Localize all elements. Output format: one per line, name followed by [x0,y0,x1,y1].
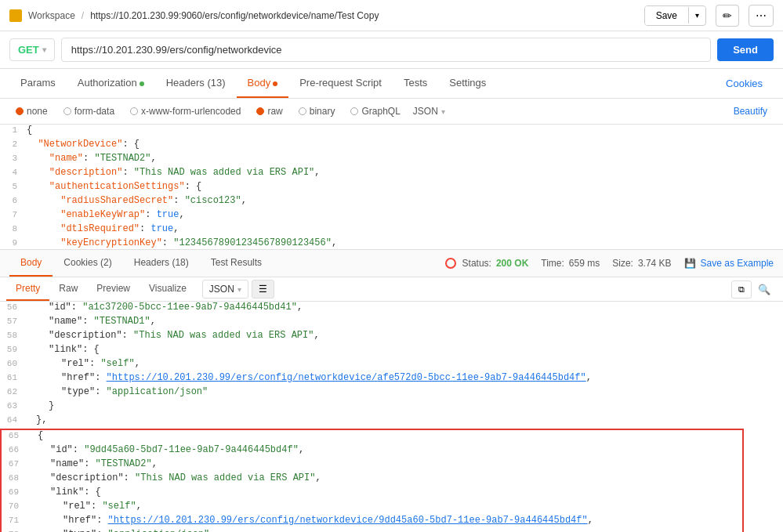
response-code-line: 71"href": "https://10.201.230.99/ers/con… [2,515,742,529]
radio-raw-label: raw [267,106,282,117]
line-content: "dtlsRequired": true, [24,223,783,237]
beautify-button[interactable]: Beautify [727,103,774,119]
app-logo [9,9,22,22]
save-button-group[interactable]: Save ▾ [644,5,706,26]
request-code-line: 1{ [0,125,783,139]
line-content: "href": "https://10.201.230.99/ers/confi… [25,515,742,529]
resp-tab-body[interactable]: Body [9,250,53,277]
line-content: { [24,125,783,139]
line-content: "keyEncryptionKey": "1234567890123456789… [24,237,783,250]
line-content: "id": "9dd45a60-5bd7-11ee-9ab7-9a446445b… [25,444,742,458]
line-number: 2 [0,139,24,153]
radio-none-label: none [27,106,48,117]
more-icon-button[interactable]: ⋯ [749,5,774,27]
line-content: "description": "This NAD was added via E… [24,167,783,181]
tab-params[interactable]: Params [9,69,67,98]
resp-subtab-preview[interactable]: Preview [87,277,140,301]
format-selector[interactable]: JSON ▾ [413,106,445,117]
body-type-none[interactable]: none [9,103,54,119]
response-subtabs: Pretty Raw Preview Visualize JSON ▾ ☰ ⧉ … [0,277,783,302]
line-content: } [24,400,783,414]
resp-subtab-pretty[interactable]: Pretty [6,277,49,301]
tab-body[interactable]: Body [237,69,289,98]
line-number: 68 [2,472,25,487]
resp-subtab-visualize[interactable]: Visualize [140,277,196,301]
resp-format-selector[interactable]: JSON ▾ [202,280,248,299]
resp-tab-test-results[interactable]: Test Results [200,250,273,277]
save-dropdown-arrow[interactable]: ▾ [688,7,705,24]
line-number: 8 [0,223,24,237]
body-type-raw[interactable]: raw [250,103,288,119]
globe-icon [445,258,456,269]
request-code-line: 4 "description": "This NAD was added via… [0,167,783,181]
request-tabs: Params Authorization Headers (13) Body P… [0,69,783,99]
copy-button[interactable]: ⧉ [731,280,752,299]
response-code-line: 57"name": "TESTNAD1", [0,316,783,330]
body-type-graphql[interactable]: GraphQL [344,103,406,119]
line-number: 71 [2,515,25,529]
response-code-line: 58"description": "This NAD was added via… [0,330,783,344]
response-code-line: 63} [0,400,783,414]
response-code-line: 59"link": { [0,344,783,358]
response-code-line: 68"description": "This NAD was added via… [2,472,742,487]
save-button[interactable]: Save [645,6,688,25]
tab-settings[interactable]: Settings [438,69,497,98]
body-type-urlencoded[interactable]: x-www-form-urlencoded [124,103,247,119]
resp-subtab-raw[interactable]: Raw [49,277,87,301]
radio-form-data-label: form-data [74,106,114,117]
url-input[interactable] [61,38,711,62]
save-example-icon: 💾 [684,258,696,269]
save-example-label[interactable]: Save as Example [701,258,774,269]
line-number: 5 [0,181,24,195]
cookies-link[interactable]: Cookies [715,70,774,97]
resp-tab-cookies[interactable]: Cookies (2) [53,250,122,277]
radio-none-dot [16,107,24,115]
line-number: 64 [0,414,24,429]
request-code-line: 5 "authenticationSettings": { [0,181,783,195]
line-number: 72 [2,529,25,532]
status-label: Status: [462,258,491,269]
tab-pre-request[interactable]: Pre-request Script [288,69,393,98]
body-type-binary[interactable]: binary [292,103,342,119]
line-number: 67 [2,458,25,472]
line-content: "id": "a1c37200-5bcc-11ee-9ab7-9a446445b… [24,302,783,316]
line-content: "enableKeyWrap": true, [24,209,783,223]
request-code-line: 7 "enableKeyWrap": true, [0,209,783,223]
body-type-form-data[interactable]: form-data [57,103,121,119]
resp-format-label: JSON [209,284,234,295]
tab-authorization[interactable]: Authorization [67,69,155,98]
radio-binary-dot [299,107,306,115]
authorization-dot [140,81,144,86]
line-content: "description": "This NAD was added via E… [24,330,783,344]
tab-tests[interactable]: Tests [393,69,438,98]
response-code-line: 56"id": "a1c37200-5bcc-11ee-9ab7-9a44644… [0,302,783,316]
body-type-row: none form-data x-www-form-urlencoded raw… [0,99,783,125]
line-number: 62 [0,386,24,400]
line-number: 6 [0,195,24,209]
method-label: GET [18,44,39,56]
search-icon-button[interactable]: 🔍 [752,280,777,299]
line-number: 70 [2,501,25,515]
line-number: 1 [0,125,24,139]
line-number: 61 [0,372,24,386]
response-code-line: 70"rel": "self", [2,501,742,515]
edit-icon-button[interactable]: ✏ [716,5,739,27]
line-content: "href": "https://10.201.230.99/ers/confi… [24,372,783,386]
line-number: 60 [0,358,24,372]
tab-headers[interactable]: Headers (13) [155,69,237,98]
size-label: Size: [612,258,633,269]
line-content: "type": "application/json" [24,386,783,400]
status-value: 200 OK [496,258,528,269]
resp-format-arrow: ▾ [237,285,241,294]
response-code-line: 66"id": "9dd45a60-5bd7-11ee-9ab7-9a44644… [2,444,742,458]
line-content: "rel": "self", [24,358,783,372]
line-content: "rel": "self", [25,501,742,515]
line-content: }, [24,414,783,429]
radio-graphql-dot [350,107,358,115]
radio-urlencoded-label: x-www-form-urlencoded [141,106,241,117]
resp-tab-headers[interactable]: Headers (18) [123,250,200,277]
filter-icon-button[interactable]: ☰ [252,280,274,299]
line-content: "name": "TESTNAD1", [24,316,783,330]
send-button[interactable]: Send [717,38,774,61]
method-selector[interactable]: GET ▾ [9,38,55,61]
